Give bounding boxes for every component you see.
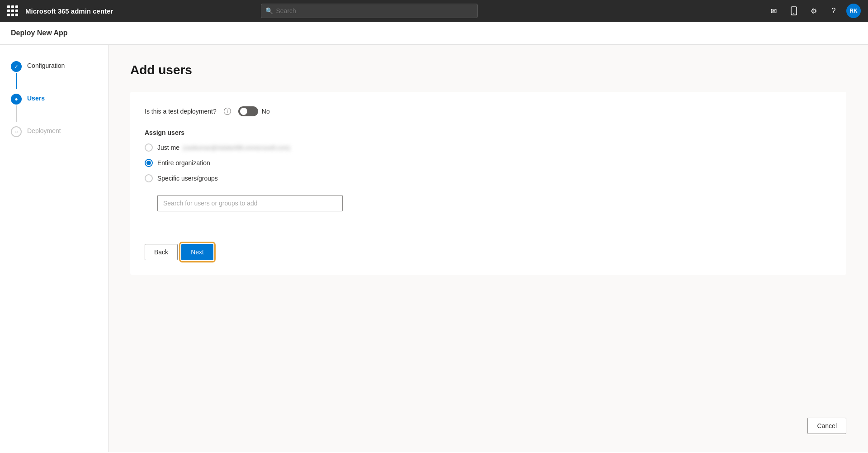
step3-circle: ○ <box>11 126 22 137</box>
svg-point-1 <box>793 13 794 14</box>
main-content: Add users Is this a test deployment? i N… <box>108 45 868 452</box>
step2-circle: ● <box>11 94 22 105</box>
test-deployment-toggle[interactable] <box>238 106 258 116</box>
step3-label: Deployment <box>27 126 61 134</box>
radio-group: Just me (ravikumar@Adobe496.onmicrosoft.… <box>145 143 832 211</box>
top-navigation: Microsoft 365 admin center 🔍 ✉ ⚙ ? RK <box>0 0 868 22</box>
cancel-wrap: Cancel <box>807 418 846 434</box>
toggle-knob <box>240 108 247 115</box>
radio-circle-entire-org <box>145 159 153 167</box>
radio-label-just-me: Just me (ravikumar@Adobe496.onmicrosoft.… <box>157 144 290 151</box>
avatar[interactable]: RK <box>846 4 861 18</box>
app-title: Microsoft 365 admin center <box>25 7 113 15</box>
envelope-icon[interactable]: ✉ <box>767 4 781 18</box>
step1-circle: ✓ <box>11 61 22 72</box>
test-deployment-row: Is this a test deployment? i No <box>145 106 832 116</box>
toggle-label: No <box>262 108 270 115</box>
form-section: Is this a test deployment? i No Assign u… <box>130 92 846 275</box>
page-title: Add users <box>130 63 846 77</box>
page-body: ✓ Configuration ● Users ○ Deployment <box>0 45 868 452</box>
page-wrapper: Deploy New App ✓ Configuration ● Users <box>0 22 868 453</box>
action-bar: Back Next <box>145 233 832 260</box>
step2-connector-wrap: ● <box>11 94 22 123</box>
assign-users-title: Assign users <box>145 129 832 136</box>
radio-circle-specific <box>145 174 153 182</box>
page-header: Deploy New App <box>0 22 868 45</box>
assign-users-section: Assign users Just me (ravikumar@Adobe496… <box>145 129 832 211</box>
search-bar: 🔍 <box>261 4 478 18</box>
radio-just-me[interactable]: Just me (ravikumar@Adobe496.onmicrosoft.… <box>145 143 832 152</box>
search-input[interactable] <box>261 4 478 18</box>
toggle-wrap: No <box>238 106 270 116</box>
test-deployment-label: Is this a test deployment? <box>145 108 217 115</box>
waffle-icon[interactable] <box>7 5 18 16</box>
stepper-sidebar: ✓ Configuration ● Users ○ Deployment <box>0 45 108 452</box>
users-groups-search-input[interactable] <box>157 195 343 211</box>
radio-entire-org[interactable]: Entire organization <box>145 159 832 167</box>
radio-specific-users[interactable]: Specific users/groups <box>145 174 832 182</box>
step-deployment[interactable]: ○ Deployment <box>11 124 97 139</box>
radio-label-entire-org: Entire organization <box>157 159 210 167</box>
help-icon[interactable]: ? <box>826 4 841 18</box>
radio-circle-just-me <box>145 143 153 152</box>
step-configuration[interactable]: ✓ Configuration <box>11 59 97 92</box>
step2-label: Users <box>27 94 45 102</box>
search-icon: 🔍 <box>265 7 273 14</box>
gear-icon[interactable]: ⚙ <box>807 4 821 18</box>
step-users[interactable]: ● Users <box>11 92 97 124</box>
step1-label: Configuration <box>27 61 65 69</box>
next-button[interactable]: Next <box>181 244 213 260</box>
step3-connector-wrap: ○ <box>11 126 22 137</box>
back-button[interactable]: Back <box>145 244 178 260</box>
step1-connector-wrap: ✓ <box>11 61 22 90</box>
mobile-icon[interactable] <box>787 4 801 18</box>
step2-connector <box>16 105 17 122</box>
step1-connector <box>16 73 17 89</box>
test-deployment-info-icon[interactable]: i <box>224 108 231 115</box>
radio-label-specific: Specific users/groups <box>157 175 218 182</box>
search-box-wrap <box>157 195 832 211</box>
cancel-button[interactable]: Cancel <box>807 418 846 434</box>
nav-icons: ✉ ⚙ ? RK <box>767 4 861 18</box>
radio-email-just-me: (ravikumar@Adobe496.onmicrosoft.com) <box>181 144 290 151</box>
page-header-title: Deploy New App <box>11 29 68 37</box>
